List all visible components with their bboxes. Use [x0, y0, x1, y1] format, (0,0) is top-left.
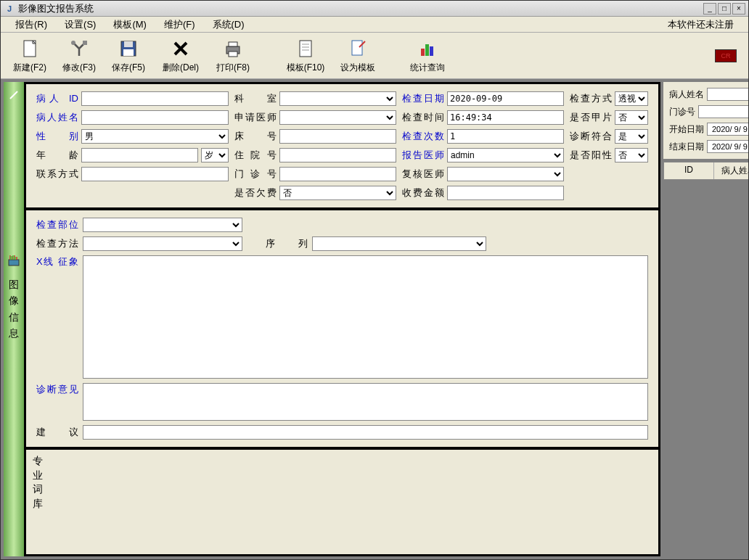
- patient-name-input[interactable]: [81, 110, 229, 125]
- save-button[interactable]: 保存(F5): [105, 36, 152, 76]
- sex-select[interactable]: 男: [81, 129, 229, 144]
- series-label: 序 列: [266, 237, 308, 250]
- xray-textarea[interactable]: [83, 255, 648, 379]
- age-label: 年 龄: [36, 149, 78, 162]
- vocab-label: 专业词库: [30, 454, 45, 550]
- stats-button[interactable]: 统计查询: [404, 36, 451, 76]
- menu-template[interactable]: 模板(M): [105, 17, 155, 33]
- menu-maintain[interactable]: 维护(F): [155, 17, 204, 33]
- svg-rect-14: [421, 49, 425, 56]
- review-doctor-select[interactable]: [447, 167, 564, 181]
- bed-input[interactable]: [279, 129, 396, 144]
- template-icon: [294, 37, 317, 60]
- svg-rect-4: [124, 41, 133, 47]
- vocab-panel: 专业词库: [26, 450, 658, 554]
- window-controls: _ □ ×: [703, 3, 745, 15]
- right-area: 病人姓名 病人ID 门诊号 住院号 开始日期2020/ 9/ 9 结束日期202…: [663, 82, 748, 556]
- sidebar-tool-icon[interactable]: [7, 88, 21, 102]
- grade-a-label: 是否甲片: [570, 111, 612, 124]
- menubar: 报告(R) 设置(S) 模板(M) 维护(F) 系统(D) 本软件还未注册: [1, 17, 748, 33]
- template-button[interactable]: 模板(F10): [279, 36, 332, 76]
- exam-count-label: 检查次数: [402, 130, 444, 143]
- patient-id-input[interactable]: [81, 91, 229, 106]
- svg-rect-2: [83, 41, 87, 45]
- svg-rect-8: [229, 52, 237, 57]
- end-date-select[interactable]: 2020/ 9/ 9: [707, 140, 748, 153]
- new-button[interactable]: 新建(F2): [7, 36, 53, 76]
- age-unit-select[interactable]: 岁: [201, 148, 229, 162]
- set-template-icon: [346, 37, 369, 60]
- exam-time-input[interactable]: [447, 110, 564, 125]
- report-doctor-select[interactable]: admin: [447, 148, 564, 162]
- titlebar: J 影像图文报告系统 _ □ ×: [1, 1, 748, 17]
- outpatient-no-input[interactable]: [279, 167, 396, 181]
- results-panel: ID 病人姓名 性别 科室: [663, 162, 748, 556]
- diag-match-select[interactable]: 是: [615, 129, 648, 144]
- minimize-button[interactable]: _: [703, 3, 716, 15]
- print-icon: [221, 37, 245, 60]
- main-window: J 影像图文报告系统 _ □ × 报告(R) 设置(S) 模板(M) 维护(F)…: [0, 0, 749, 560]
- results-body[interactable]: [663, 180, 748, 556]
- search-outpatient-label: 门诊号: [669, 106, 695, 118]
- svg-rect-5: [123, 49, 134, 56]
- arrears-select[interactable]: 否: [279, 186, 396, 200]
- print-button[interactable]: 打印(F8): [210, 36, 256, 76]
- col-id[interactable]: ID: [664, 162, 714, 179]
- set-template-button[interactable]: 设为模板: [335, 36, 381, 76]
- exam-panel: 检查部位 检查方法 序 列 X线 征象: [26, 210, 658, 447]
- exam-count-input[interactable]: [447, 129, 564, 144]
- vocab-area[interactable]: [48, 454, 654, 550]
- fee-label: 收费金额: [402, 186, 444, 199]
- menu-system[interactable]: 系统(D): [204, 17, 253, 33]
- menu-settings[interactable]: 设置(S): [56, 17, 105, 33]
- app-icon: J: [4, 3, 15, 15]
- age-input[interactable]: [81, 148, 198, 162]
- edit-button[interactable]: 修改(F3): [56, 36, 102, 76]
- exam-method-select2[interactable]: [83, 236, 242, 251]
- diag-match-label: 诊断符合: [570, 130, 612, 143]
- apply-doctor-select[interactable]: [279, 110, 396, 125]
- start-date-select[interactable]: 2020/ 9/ 9: [707, 123, 748, 136]
- diag-textarea[interactable]: [83, 383, 648, 421]
- series-select[interactable]: [312, 236, 486, 251]
- content-area: 图像信息 病人 ID 科 室 检查日期 检查方式透视 病人姓名 申请医师 检查时…: [1, 79, 748, 559]
- search-outpatient-input[interactable]: [698, 105, 748, 118]
- positive-label: 是否阳性: [570, 149, 612, 162]
- contact-input[interactable]: [81, 167, 229, 181]
- dept-label: 科 室: [234, 92, 277, 105]
- delete-button[interactable]: 删除(Del): [155, 36, 207, 76]
- exam-method-select[interactable]: 透视: [615, 91, 648, 106]
- fee-input[interactable]: [447, 186, 564, 200]
- xray-label: X线 征象: [36, 255, 78, 268]
- exam-date-input[interactable]: [447, 91, 564, 106]
- end-date-label: 结束日期: [669, 141, 704, 153]
- suggest-input[interactable]: [83, 425, 648, 440]
- dept-select[interactable]: [279, 91, 396, 106]
- svg-rect-17: [9, 260, 19, 265]
- svg-point-1: [71, 41, 75, 45]
- apply-doctor-label: 申请医师: [234, 111, 277, 124]
- delete-icon: [169, 37, 192, 60]
- positive-select[interactable]: 否: [615, 148, 648, 162]
- grade-a-select[interactable]: 否: [615, 110, 648, 125]
- arrears-label: 是否欠费: [234, 186, 277, 199]
- pencils-icon[interactable]: [7, 253, 21, 268]
- stats-icon: [416, 37, 439, 60]
- close-button[interactable]: ×: [732, 3, 745, 15]
- search-name-label: 病人姓名: [669, 88, 704, 101]
- exam-part-select[interactable]: [83, 218, 242, 232]
- bed-label: 床 号: [234, 130, 277, 143]
- patient-panel: 病人 ID 科 室 检查日期 检查方式透视 病人姓名 申请医师 检查时间 是否甲…: [26, 84, 658, 207]
- menu-report[interactable]: 报告(R): [7, 17, 56, 33]
- maximize-button[interactable]: □: [718, 3, 731, 15]
- new-icon: [18, 37, 41, 60]
- sidebar-label: 图像信息: [9, 271, 19, 347]
- col-name[interactable]: 病人姓名: [714, 162, 748, 179]
- window-title: 影像图文报告系统: [18, 2, 703, 15]
- toolbar: 新建(F2) 修改(F3) 保存(F5) 删除(Del) 打印(F8): [1, 33, 748, 79]
- hospital-no-input[interactable]: [279, 148, 396, 162]
- sex-label: 性 别: [36, 130, 78, 143]
- tools-icon: [67, 37, 91, 60]
- review-doctor-label: 复核医师: [402, 168, 444, 181]
- search-name-input[interactable]: [707, 88, 748, 101]
